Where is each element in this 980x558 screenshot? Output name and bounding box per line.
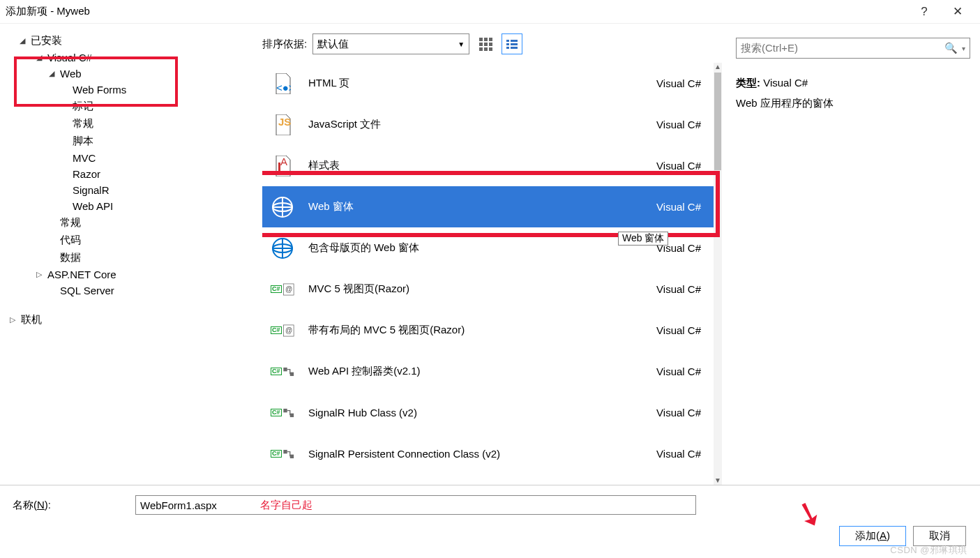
mvc-view-icon: C#@ <box>271 278 294 301</box>
scrollbar[interactable]: ▲ ▼ <box>714 63 722 485</box>
help-button[interactable]: ? <box>907 5 941 19</box>
search-box[interactable]: 搜索(Ctrl+E) 🔍 ▾ <box>736 38 970 59</box>
svg-text:@: @ <box>285 285 292 293</box>
css-file-icon: A <box>271 154 294 178</box>
item-tooltip: Web 窗体 <box>618 232 668 246</box>
search-dropdown-icon[interactable]: ▾ <box>962 45 965 52</box>
svg-text:<●>: <●> <box>276 82 291 93</box>
svg-rect-19 <box>289 413 293 416</box>
web-form-master-icon <box>271 236 294 260</box>
center-toolbar: 排序依据: 默认值▼ <box>262 28 722 60</box>
name-input[interactable] <box>135 495 696 515</box>
svg-text:JS: JS <box>278 116 291 128</box>
category-tree: ◢已安装 ◢Visual C# ◢Web ▸Web Forms ▸标记 ▸常规 … <box>0 24 262 485</box>
svg-rect-21 <box>289 454 293 458</box>
html-page-icon: <●> <box>271 72 294 96</box>
tree-sqlserver[interactable]: ▸SQL Server <box>7 282 262 299</box>
sort-combo[interactable]: 默认值▼ <box>312 33 469 54</box>
tree-general[interactable]: ▸常规 <box>7 214 262 232</box>
tree-mvc[interactable]: ▸MVC <box>7 150 262 166</box>
list-item[interactable]: ASP.NET 处理程序Visual C# <box>262 474 714 485</box>
tree-code[interactable]: ▸代码 <box>7 232 262 249</box>
tree-web[interactable]: ◢Web <box>7 66 262 82</box>
signalr-persist-icon: C# <box>271 442 294 466</box>
list-item[interactable]: A 样式表Visual C# <box>262 145 714 186</box>
svg-rect-18 <box>283 408 287 412</box>
scroll-thumb[interactable] <box>714 73 721 170</box>
svg-text:@: @ <box>285 326 292 334</box>
view-grid-icon[interactable] <box>475 33 496 54</box>
template-list: <●> HTML 页Visual C# JS JavaScript 文件Visu… <box>262 63 714 485</box>
name-label: 名称(N): <box>13 499 135 512</box>
tree-aspnet-core[interactable]: ▷ASP.NET Core <box>7 266 262 282</box>
sort-by-label: 排序依据: <box>262 38 307 51</box>
tree-script[interactable]: ▸脚本 <box>7 133 262 150</box>
svg-rect-17 <box>289 372 293 375</box>
window-title: 添加新项 - Myweb <box>6 5 907 18</box>
scroll-up-icon[interactable]: ▲ <box>714 63 722 71</box>
tree-web-forms[interactable]: ▸Web Forms <box>7 82 262 98</box>
tree-online[interactable]: ▷联机 <box>7 311 262 329</box>
tree-razor[interactable]: ▸Razor <box>7 166 262 182</box>
webapi-controller-icon: C# <box>271 360 294 384</box>
mvc-view-layout-icon: C#@ <box>271 319 294 342</box>
svg-rect-20 <box>283 449 287 453</box>
list-item[interactable]: C#@ 带有布局的 MVC 5 视图页(Razor)Visual C# <box>262 310 714 351</box>
cancel-button[interactable]: 取消 <box>913 526 966 546</box>
js-file-icon: JS <box>271 113 294 137</box>
list-item-selected[interactable]: Web 窗体Visual C# <box>262 186 714 227</box>
signalr-hub-icon: C# <box>271 401 294 425</box>
tree-common[interactable]: ▸常规 <box>7 115 262 133</box>
list-item[interactable]: C# SignalR Persistent Connection Class (… <box>262 433 714 474</box>
svg-text:A: A <box>280 156 287 167</box>
titlebar: 添加新项 - Myweb ? ✕ <box>0 0 980 24</box>
detail-type: 类型: Visual C# <box>736 77 970 90</box>
details-panel: 搜索(Ctrl+E) 🔍 ▾ 类型: Visual C# Web 应用程序的窗体 <box>722 24 980 485</box>
add-button[interactable]: 添加(A) <box>839 526 906 546</box>
tree-visual-csharp[interactable]: ◢Visual C# <box>7 50 262 66</box>
tree-markup[interactable]: ▸标记 <box>7 98 262 115</box>
tree-installed[interactable]: ◢已安装 <box>7 32 262 50</box>
tree-data[interactable]: ▸数据 <box>7 249 262 266</box>
tree-webapi[interactable]: ▸Web API <box>7 198 262 214</box>
list-item[interactable]: C# SignalR Hub Class (v2)Visual C# <box>262 392 714 433</box>
list-item[interactable]: JS JavaScript 文件Visual C# <box>262 104 714 145</box>
web-form-icon <box>271 195 294 219</box>
svg-rect-16 <box>283 367 287 370</box>
search-icon: 🔍 <box>944 42 958 54</box>
list-item[interactable]: C#@ MVC 5 视图页(Razor)Visual C# <box>262 269 714 310</box>
detail-description: Web 应用程序的窗体 <box>736 97 970 110</box>
tree-signalr[interactable]: ▸SignalR <box>7 182 262 198</box>
scroll-down-icon[interactable]: ▼ <box>714 476 722 485</box>
list-item[interactable]: C# Web API 控制器类(v2.1)Visual C# <box>262 351 714 392</box>
view-list-icon[interactable] <box>502 33 522 54</box>
close-button[interactable]: ✕ <box>941 4 974 19</box>
aspnet-handler-icon <box>271 483 294 485</box>
list-item[interactable]: <●> HTML 页Visual C# <box>262 63 714 104</box>
